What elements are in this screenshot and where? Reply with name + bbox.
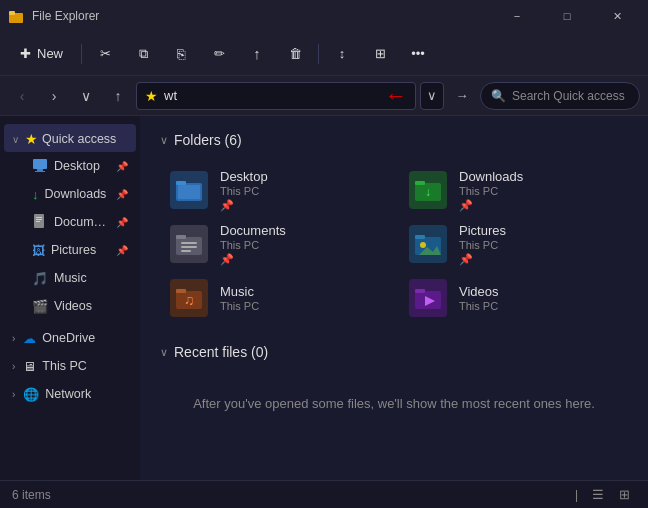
svg-rect-3 <box>37 169 43 171</box>
sidebar-item-music[interactable]: 🎵 Music <box>4 264 136 292</box>
pictures-folder-icon <box>409 225 447 263</box>
pictures-folder-pin: 📌 <box>459 253 506 266</box>
svg-rect-1 <box>9 11 15 15</box>
back-button[interactable]: ‹ <box>8 82 36 110</box>
up-button[interactable]: ↑ <box>104 82 132 110</box>
address-dropdown-button[interactable]: ∨ <box>420 82 444 110</box>
down-button[interactable]: ∨ <box>72 82 100 110</box>
svg-text:♫: ♫ <box>184 292 195 308</box>
pin-icon-2: 📌 <box>116 189 128 200</box>
pictures-folder-info: Pictures This PC 📌 <box>459 223 506 266</box>
sidebar-videos-label: Videos <box>54 299 128 313</box>
sidebar-item-downloads[interactable]: ↓ Downloads 📌 <box>4 180 136 208</box>
sidebar-thispc-label: This PC <box>42 359 128 373</box>
address-bar[interactable]: ★ wt ← <box>136 82 416 110</box>
status-view-buttons: ☰ ⊞ <box>586 484 636 506</box>
sidebar-music-label: Music <box>54 271 128 285</box>
sidebar-desktop-label: Desktop <box>54 159 110 173</box>
svg-point-22 <box>420 242 426 248</box>
sidebar-item-thispc[interactable]: › 🖥 This PC <box>4 352 136 380</box>
sidebar-item-network[interactable]: › 🌐 Network <box>4 380 136 408</box>
sidebar: ∨ ★ Quick access Desktop 📌 ↓ D <box>0 116 140 480</box>
new-label: New <box>37 46 63 61</box>
more-button[interactable]: ••• <box>401 37 435 71</box>
svg-rect-4 <box>35 171 45 172</box>
svg-rect-6 <box>36 217 42 218</box>
address-forward-icon: → <box>456 88 469 103</box>
folders-grid: Desktop This PC 📌 ↓ Downloads This PC <box>160 164 628 324</box>
folders-title: Folders (6) <box>174 132 242 148</box>
documents-folder-pin: 📌 <box>220 253 286 266</box>
desktop-folder-name: Desktop <box>220 169 268 184</box>
sort-button[interactable]: ↕ <box>325 37 359 71</box>
cut-button[interactable]: ✂ <box>88 37 122 71</box>
music-icon: 🎵 <box>32 271 48 286</box>
documents-folder-sub: This PC <box>220 239 286 251</box>
list-view-button[interactable]: ☰ <box>586 484 610 506</box>
minimize-button[interactable]: − <box>494 0 540 32</box>
sidebar-item-documents[interactable]: Documents 📌 <box>4 208 136 236</box>
folder-item-music[interactable]: ♫ Music This PC <box>160 272 389 324</box>
svg-rect-17 <box>181 242 197 244</box>
rename-button[interactable]: ✏ <box>202 37 236 71</box>
chevron-right-icon-2: › <box>12 361 15 372</box>
music-folder-sub: This PC <box>220 300 259 312</box>
folder-item-desktop[interactable]: Desktop This PC 📌 <box>160 164 389 216</box>
copy-button[interactable]: ⧉ <box>126 37 160 71</box>
svg-rect-8 <box>36 221 40 222</box>
new-icon: ✚ <box>20 46 31 61</box>
svg-rect-28 <box>415 289 425 293</box>
status-separator: | <box>575 488 578 502</box>
sidebar-network-label: Network <box>45 387 128 401</box>
title-bar-controls: − □ ✕ <box>494 0 640 32</box>
share-button[interactable]: ↑ <box>240 37 274 71</box>
recent-empty-message: After you've opened some files, we'll sh… <box>160 376 628 431</box>
main-layout: ∨ ★ Quick access Desktop 📌 ↓ D <box>0 116 648 480</box>
pictures-folder-sub: This PC <box>459 239 506 251</box>
folder-item-videos[interactable]: Videos This PC <box>399 272 628 324</box>
search-box[interactable]: 🔍 Search Quick access <box>480 82 640 110</box>
more-icon: ••• <box>411 46 425 61</box>
folder-item-documents[interactable]: Documents This PC 📌 <box>160 218 389 270</box>
pictures-icon: 🖼 <box>32 243 45 258</box>
recent-section-header[interactable]: ∨ Recent files (0) <box>160 344 628 360</box>
sidebar-documents-label: Documents <box>54 215 110 229</box>
search-icon: 🔍 <box>491 89 506 103</box>
sidebar-item-onedrive[interactable]: › ☁ OneDrive <box>4 324 136 352</box>
address-forward-button[interactable]: → <box>448 82 476 110</box>
paste-button[interactable]: ⎘ <box>164 37 198 71</box>
close-button[interactable]: ✕ <box>594 0 640 32</box>
onedrive-icon: ☁ <box>23 331 36 346</box>
toolbar-separator-1 <box>81 44 82 64</box>
new-button[interactable]: ✚ New <box>8 37 75 71</box>
address-text: wt <box>164 88 375 103</box>
documents-icon <box>32 213 48 232</box>
address-red-arrow: ← <box>385 83 407 109</box>
status-bar: 6 items | ☰ ⊞ <box>0 480 648 508</box>
recent-section: ∨ Recent files (0) After you've opened s… <box>160 344 628 431</box>
folder-item-downloads[interactable]: ↓ Downloads This PC 📌 <box>399 164 628 216</box>
svg-rect-2 <box>33 159 47 169</box>
delete-button[interactable]: 🗑 <box>278 37 312 71</box>
videos-icon: 🎬 <box>32 299 48 314</box>
sidebar-item-pictures[interactable]: 🖼 Pictures 📌 <box>4 236 136 264</box>
maximize-button[interactable]: □ <box>544 0 590 32</box>
folders-section-header[interactable]: ∨ Folders (6) <box>160 132 628 148</box>
sidebar-item-quick-access[interactable]: ∨ ★ Quick access <box>4 124 136 152</box>
folder-item-pictures[interactable]: Pictures This PC 📌 <box>399 218 628 270</box>
sidebar-pictures-label: Pictures <box>51 243 110 257</box>
svg-text:↓: ↓ <box>425 185 431 199</box>
view-button[interactable]: ⊞ <box>363 37 397 71</box>
forward-button[interactable]: › <box>40 82 68 110</box>
desktop-folder-sub: This PC <box>220 185 268 197</box>
sidebar-item-videos[interactable]: 🎬 Videos <box>4 292 136 320</box>
sort-icon: ↕ <box>339 46 346 61</box>
dropdown-chevron-icon: ∨ <box>427 88 437 103</box>
address-star-icon: ★ <box>145 88 158 104</box>
sidebar-downloads-label: Downloads <box>45 187 111 201</box>
grid-view-button[interactable]: ⊞ <box>612 484 636 506</box>
sidebar-item-desktop[interactable]: Desktop 📌 <box>4 152 136 180</box>
status-item-count: 6 items <box>12 488 567 502</box>
desktop-icon <box>32 157 48 176</box>
desktop-folder-icon <box>170 171 208 209</box>
